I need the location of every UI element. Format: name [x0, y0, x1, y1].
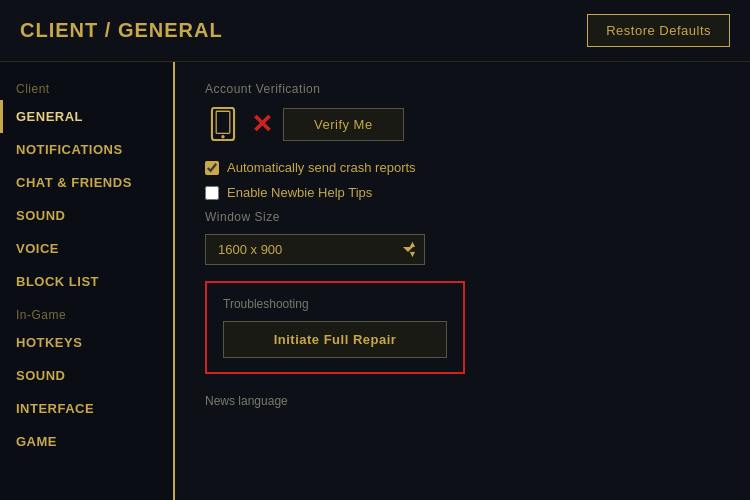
- verify-me-button[interactable]: Verify Me: [283, 108, 404, 141]
- settings-content: Account Verification ✕ Verify Me Automat…: [175, 62, 750, 500]
- header: CLIENT / GENERAL Restore Defaults: [0, 0, 750, 62]
- troubleshooting-box: Troubleshooting Initiate Full Repair: [205, 281, 465, 374]
- sidebar-section-client: Client: [0, 72, 173, 100]
- x-icon: ✕: [251, 111, 273, 137]
- troubleshooting-title: Troubleshooting: [223, 297, 447, 311]
- account-verification-title: Account Verification: [205, 82, 720, 96]
- sidebar-section-in-game: In-Game: [0, 298, 173, 326]
- sidebar-item-sound-client[interactable]: SOUND: [0, 199, 173, 232]
- main-layout: Client GENERAL NOTIFICATIONS CHAT & FRIE…: [0, 62, 750, 500]
- sidebar-item-voice[interactable]: VOICE: [0, 232, 173, 265]
- page-title: CLIENT / GENERAL: [20, 19, 223, 42]
- sidebar-item-game[interactable]: GAME: [0, 425, 173, 458]
- restore-defaults-button[interactable]: Restore Defaults: [587, 14, 730, 47]
- window-size-select[interactable]: 1024 x 768 1280 x 720 1280 x 800 1366 x …: [205, 234, 425, 265]
- sidebar-item-chat-friends[interactable]: CHAT & FRIENDS: [0, 166, 173, 199]
- sidebar-item-sound-ingame[interactable]: SOUND: [0, 359, 173, 392]
- window-size-title: Window Size: [205, 210, 720, 224]
- crash-reports-checkbox[interactable]: [205, 161, 219, 175]
- newbie-help-checkbox[interactable]: [205, 186, 219, 200]
- title-bold: GENERAL: [118, 19, 223, 41]
- sidebar-item-block-list[interactable]: BLOCK LIST: [0, 265, 173, 298]
- sidebar-item-general[interactable]: GENERAL: [0, 100, 173, 133]
- crash-reports-label: Automatically send crash reports: [227, 160, 416, 175]
- sidebar-item-interface[interactable]: INTERFACE: [0, 392, 173, 425]
- sidebar: Client GENERAL NOTIFICATIONS CHAT & FRIE…: [0, 62, 175, 500]
- crash-reports-checkbox-row[interactable]: Automatically send crash reports: [205, 160, 720, 175]
- newbie-help-label: Enable Newbie Help Tips: [227, 185, 372, 200]
- svg-rect-1: [216, 111, 230, 133]
- newbie-help-checkbox-row[interactable]: Enable Newbie Help Tips: [205, 185, 720, 200]
- window-size-select-wrapper: 1024 x 768 1280 x 720 1280 x 800 1366 x …: [205, 234, 425, 265]
- news-language-title: News language: [205, 394, 720, 408]
- sidebar-item-hotkeys[interactable]: HOTKEYS: [0, 326, 173, 359]
- window-size-section: Window Size 1024 x 768 1280 x 720 1280 x…: [205, 210, 720, 265]
- full-repair-button[interactable]: Initiate Full Repair: [223, 321, 447, 358]
- sidebar-item-notifications[interactable]: NOTIFICATIONS: [0, 133, 173, 166]
- svg-point-2: [221, 135, 224, 138]
- account-verification-row: ✕ Verify Me: [205, 106, 720, 142]
- phone-icon: [205, 106, 241, 142]
- title-prefix: CLIENT /: [20, 19, 118, 41]
